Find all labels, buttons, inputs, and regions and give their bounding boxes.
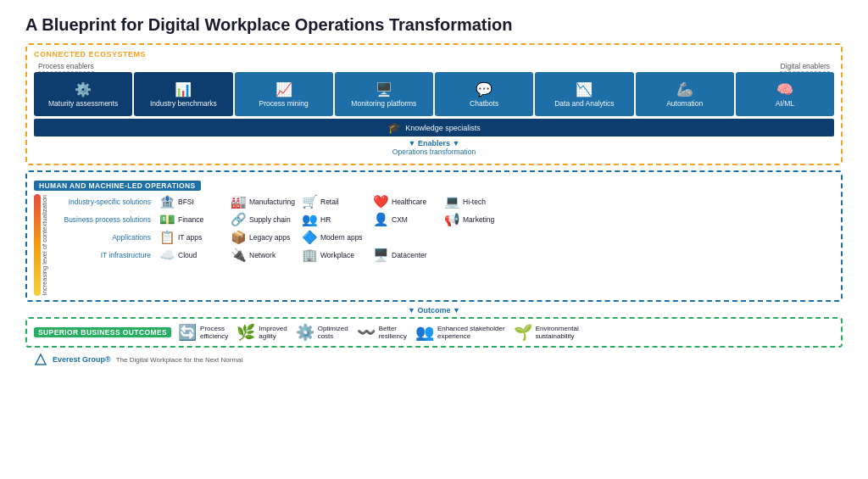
- monitoring-label: Monitoring platforms: [351, 99, 416, 108]
- svg-marker-0: [36, 354, 46, 365]
- enabler-aiml: 🧠 AI/ML: [736, 72, 834, 116]
- hitech-label: Hi-tech: [463, 198, 486, 206]
- row-items-business: 💵 Finance 🔗 Supply chain 👥 HR 👤: [159, 212, 834, 227]
- footer: Everest Group® The Digital Workplace for…: [25, 353, 843, 366]
- workplace-icon: 🏢: [302, 248, 318, 263]
- aiml-label: AI/ML: [776, 99, 794, 108]
- knowledge-label: Knowledge specialists: [405, 124, 481, 132]
- outcome-sustainability: 🌱 Environmental sustainability: [514, 323, 579, 342]
- marketing-label: Marketing: [463, 215, 494, 224]
- ops-item-legacy-apps: 📦 Legacy apps: [231, 230, 298, 245]
- process-efficiency-label: Process efficiency: [200, 325, 228, 340]
- supply-chain-label: Supply chain: [249, 215, 291, 224]
- operations-section: HUMAN AND MACHINE-LED OPERATIONS Increas…: [25, 170, 843, 302]
- stakeholder-experience-icon: 👥: [415, 323, 434, 342]
- cxm-label: CXM: [392, 215, 408, 224]
- ops-row-infra: IT infrastructure ☁️ Cloud 🔌 Network 🏢: [63, 248, 834, 263]
- datacenter-icon: 🖥️: [373, 248, 389, 263]
- enabler-industry: 📊 Industry benchmarks: [134, 72, 232, 116]
- enabler-automation: 🦾 Automation: [636, 72, 734, 116]
- knowledge-icon: 🎓: [387, 121, 401, 134]
- ops-item-network: 🔌 Network: [231, 248, 298, 263]
- enabler-maturity: ⚙️ Maturity assessments: [34, 72, 132, 116]
- cloud-label: Cloud: [178, 251, 197, 259]
- cloud-icon: ☁️: [159, 248, 175, 263]
- outcome-process-efficiency: 🔄 Process efficiency: [178, 323, 228, 342]
- outcome-banner: ▼ Outcome ▼: [25, 306, 843, 315]
- row-label-apps: Applications: [63, 233, 156, 242]
- ops-item-modern-apps: 🔷 Modern apps: [302, 230, 370, 245]
- enabler-process-mining: 📈 Process mining: [235, 72, 333, 116]
- enablers-banner: ▼ Enablers ▼: [34, 139, 834, 148]
- ops-item-workplace: 🏢 Workplace: [302, 248, 370, 263]
- gradient-bar: [34, 194, 41, 296]
- hr-icon: 👥: [302, 212, 318, 227]
- connected-section: CONNECTED ECOSYSTEMS Process enablers Di…: [25, 43, 843, 165]
- ops-item-supply-chain: 🔗 Supply chain: [231, 212, 298, 227]
- everest-group-logo-icon: [34, 353, 47, 366]
- row-items-industry: 🏦 BFSI 🏭 Manufacturing 🛒 Retail ❤️: [159, 194, 834, 209]
- outcome-improved-agility: 🌿 Improved agility: [236, 323, 287, 342]
- row-label-industry: Industry-specific solutions: [63, 198, 156, 206]
- automation-icon: 🦾: [676, 81, 693, 97]
- enabler-chatbots: 💬 Chatbots: [435, 72, 533, 116]
- manufacturing-icon: 🏭: [231, 194, 247, 209]
- chatbots-icon: 💬: [476, 81, 492, 97]
- vertical-label-container: Increasing level of contextualization: [34, 194, 59, 296]
- workplace-label: Workplace: [320, 251, 354, 259]
- better-resiliency-label: Better resiliency: [379, 325, 407, 340]
- hitech-icon: 💻: [444, 194, 460, 209]
- outcome-better-resiliency: 〰️ Better resiliency: [357, 323, 407, 342]
- ops-item-it-apps: 📋 IT apps: [159, 230, 227, 245]
- sustainability-icon: 🌱: [514, 323, 532, 342]
- maturity-icon: ⚙️: [75, 81, 92, 97]
- manufacturing-label: Manufacturing: [249, 198, 295, 206]
- footer-logo: Everest Group®: [53, 355, 111, 364]
- finance-label: Finance: [178, 215, 203, 224]
- automation-label: Automation: [666, 99, 703, 108]
- improved-agility-icon: 🌿: [236, 323, 255, 342]
- ops-item-hitech: 💻 Hi-tech: [444, 194, 512, 209]
- optimized-costs-icon: ⚙️: [296, 323, 314, 342]
- modern-apps-icon: 🔷: [302, 230, 318, 245]
- datacenter-label: Datacenter: [392, 251, 427, 259]
- digital-enablers-label: Digital enablers: [780, 62, 830, 72]
- process-efficiency-icon: 🔄: [178, 323, 197, 342]
- ops-grid: Industry-specific solutions 🏦 BFSI 🏭 Man…: [63, 194, 834, 296]
- ops-row-industry: Industry-specific solutions 🏦 BFSI 🏭 Man…: [63, 194, 834, 209]
- knowledge-bar: 🎓 Knowledge specialists: [34, 119, 834, 136]
- it-apps-label: IT apps: [178, 233, 202, 242]
- legacy-apps-label: Legacy apps: [249, 233, 290, 242]
- ops-item-cloud: ☁️ Cloud: [159, 248, 227, 263]
- row-label-business: Business process solutions: [63, 215, 156, 224]
- page-title: A Blueprint for Digital Workplace Operat…: [25, 15, 843, 35]
- optimized-costs-label: Optimized costs: [318, 325, 348, 340]
- ops-transform-label: Operations transformation: [34, 148, 834, 156]
- legacy-apps-icon: 📦: [231, 230, 247, 245]
- supply-chain-icon: 🔗: [231, 212, 247, 227]
- enablers-divider: Process enablers Digital enablers: [34, 62, 834, 72]
- enabler-cards-row: ⚙️ Maturity assessments 📊 Industry bench…: [34, 72, 834, 116]
- main-container: A Blueprint for Digital Workplace Operat…: [0, 0, 868, 375]
- outcome-stakeholder-experience: 👥 Enhanced stakeholder experience: [415, 323, 505, 342]
- ops-item-retail: 🛒 Retail: [302, 194, 370, 209]
- ops-row-business: Business process solutions 💵 Finance 🔗 S…: [63, 212, 834, 227]
- finance-icon: 💵: [159, 212, 175, 227]
- healthcare-label: Healthcare: [392, 198, 426, 206]
- network-label: Network: [249, 251, 275, 259]
- vertical-label: Increasing level of contextualization: [41, 195, 48, 295]
- connected-label: CONNECTED ECOSYSTEMS: [34, 50, 834, 58]
- bfsi-label: BFSI: [178, 198, 194, 206]
- row-items-infra: ☁️ Cloud 🔌 Network 🏢 Workplace 🖥️: [159, 248, 834, 263]
- enabler-data-analytics: 📉 Data and Analytics: [535, 72, 633, 116]
- row-label-infra: IT infrastructure: [63, 251, 156, 259]
- ops-item-bfsi: 🏦 BFSI: [159, 194, 227, 209]
- footer-text: The Digital Workplace for the Next Norma…: [116, 356, 243, 364]
- modern-apps-label: Modern apps: [320, 233, 363, 242]
- ops-item-manufacturing: 🏭 Manufacturing: [231, 194, 298, 209]
- healthcare-icon: ❤️: [373, 194, 389, 209]
- ops-item-datacenter: 🖥️ Datacenter: [373, 248, 441, 263]
- industry-label: Industry benchmarks: [150, 99, 217, 108]
- ops-item-marketing: 📢 Marketing: [444, 212, 512, 227]
- process-mining-label: Process mining: [259, 99, 309, 108]
